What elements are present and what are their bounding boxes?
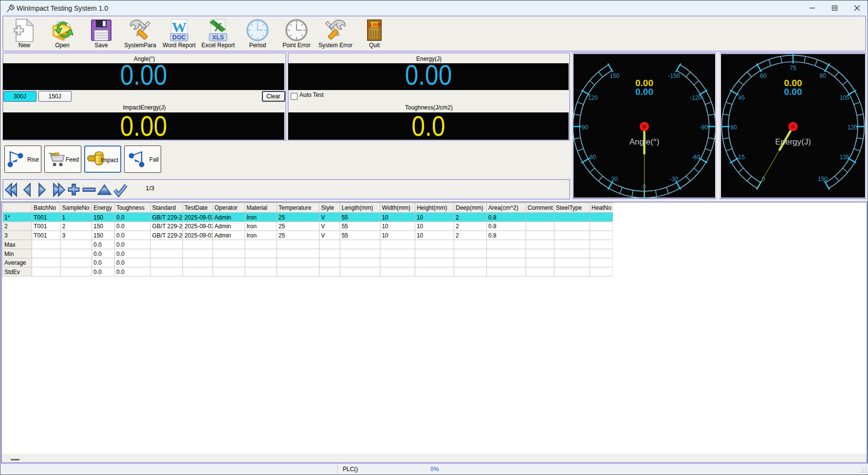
svg-text:Comment: Comment	[528, 204, 554, 211]
svg-text:X: X	[214, 20, 222, 34]
svg-text:0.0: 0.0	[93, 251, 102, 257]
svg-text:1: 1	[62, 214, 66, 221]
svg-text:GB/T 229-20: GB/T 229-20	[152, 214, 186, 221]
svg-text:V: V	[321, 214, 325, 221]
svg-text:25: 25	[278, 214, 285, 221]
svg-text:10: 10	[382, 232, 388, 239]
svg-text:75: 75	[790, 65, 796, 72]
svg-text:105: 105	[840, 94, 850, 101]
svg-text:T001: T001	[34, 232, 47, 239]
svg-text:0.0: 0.0	[93, 259, 102, 266]
svg-text:Energy(J): Energy(J)	[775, 137, 811, 146]
svg-text:TestDate: TestDate	[185, 204, 208, 211]
svg-text:120: 120	[848, 124, 857, 131]
svg-text:150: 150	[609, 73, 619, 79]
svg-text:Deep(mm): Deep(mm)	[456, 204, 483, 211]
svg-text:Iron: Iron	[247, 232, 257, 239]
svg-text:150: 150	[93, 232, 103, 239]
svg-text:Material: Material	[247, 204, 268, 211]
svg-text:15: 15	[739, 154, 745, 161]
svg-text:Temperature: Temperature	[278, 204, 312, 211]
svg-text:T001: T001	[34, 223, 47, 230]
svg-text:150: 150	[93, 214, 103, 221]
svg-text:CLOSE: CLOSE	[367, 22, 382, 27]
svg-text:3: 3	[62, 232, 66, 239]
svg-text:0.0: 0.0	[116, 241, 125, 248]
svg-text:25: 25	[278, 223, 285, 230]
svg-text:90: 90	[819, 73, 826, 79]
svg-text:Iron: Iron	[247, 214, 257, 221]
svg-text:0.0: 0.0	[116, 269, 125, 275]
svg-text:2: 2	[456, 214, 459, 221]
svg-text:Height(mm): Height(mm)	[417, 204, 447, 211]
svg-text:0.0: 0.0	[116, 232, 125, 239]
svg-text:Length(mm): Length(mm)	[342, 204, 373, 211]
svg-text:0.00: 0.00	[784, 87, 802, 97]
svg-text:150: 150	[93, 223, 103, 230]
svg-text:Admin: Admin	[215, 214, 231, 221]
svg-text:Standard: Standard	[152, 204, 176, 211]
svg-text:0.0: 0.0	[93, 241, 102, 248]
svg-text:55: 55	[342, 214, 349, 221]
svg-text:55: 55	[342, 232, 349, 239]
svg-text:150: 150	[818, 176, 828, 183]
svg-text:Angle(°): Angle(°)	[629, 137, 660, 146]
svg-text:135: 135	[840, 154, 850, 161]
svg-text:30: 30	[730, 124, 737, 131]
svg-text:10: 10	[382, 223, 388, 230]
svg-text:2025-09-03: 2025-09-03	[185, 223, 215, 230]
svg-text:Max: Max	[4, 241, 16, 248]
svg-text:2025-09-03: 2025-09-03	[185, 214, 215, 221]
svg-text:0.8: 0.8	[488, 214, 497, 221]
svg-text:-30: -30	[670, 176, 679, 183]
svg-text:60: 60	[760, 73, 767, 79]
svg-text:HeatNo: HeatNo	[591, 204, 611, 211]
svg-text:25: 25	[278, 232, 285, 239]
svg-text:Toughness: Toughness	[116, 204, 145, 211]
svg-text:0.00: 0.00	[635, 87, 653, 97]
svg-text:SampleNo: SampleNo	[62, 204, 90, 211]
svg-text:Width(mm): Width(mm)	[382, 204, 410, 211]
svg-text:0.0: 0.0	[116, 214, 125, 221]
svg-text:60: 60	[590, 154, 596, 161]
svg-text:2: 2	[4, 223, 8, 230]
svg-text:Admin: Admin	[215, 232, 231, 239]
svg-text:-60: -60	[692, 154, 701, 161]
svg-text:Energy: Energy	[93, 204, 112, 211]
svg-text:Admin: Admin	[215, 223, 231, 230]
svg-text:0.0: 0.0	[116, 223, 125, 230]
svg-text:Iron: Iron	[247, 223, 257, 230]
svg-text:Area(cm^2): Area(cm^2)	[488, 204, 518, 211]
svg-text:StdEv: StdEv	[4, 269, 20, 275]
svg-text:90: 90	[582, 124, 589, 131]
svg-text:-120: -120	[690, 94, 702, 101]
svg-text:2: 2	[456, 232, 459, 239]
svg-text:0.0: 0.0	[116, 259, 125, 266]
svg-text:45: 45	[739, 94, 745, 101]
svg-text:0.8: 0.8	[488, 232, 497, 239]
svg-text:BatchNo: BatchNo	[34, 204, 56, 211]
svg-text:Min: Min	[4, 251, 14, 257]
svg-text:10: 10	[417, 223, 424, 230]
svg-text:30: 30	[611, 176, 618, 183]
svg-text:10: 10	[382, 214, 388, 221]
svg-text:GB/T 229-20: GB/T 229-20	[152, 223, 186, 230]
svg-text:-90: -90	[700, 124, 708, 131]
svg-text:0.0: 0.0	[116, 251, 125, 257]
svg-text:Style: Style	[321, 204, 334, 211]
svg-text:DOC: DOC	[172, 34, 186, 41]
svg-text:GB/T 229-20: GB/T 229-20	[152, 232, 186, 239]
svg-text:-150: -150	[668, 73, 680, 79]
svg-text:0.0: 0.0	[93, 269, 102, 275]
svg-text:1*: 1*	[4, 214, 10, 221]
svg-text:V: V	[321, 223, 325, 230]
svg-text:SteelType: SteelType	[556, 204, 582, 211]
svg-text:T001: T001	[34, 214, 47, 221]
svg-text:W: W	[172, 19, 186, 35]
svg-text:55: 55	[342, 223, 349, 230]
svg-text:Operator: Operator	[215, 204, 238, 211]
svg-text:120: 120	[588, 94, 598, 101]
svg-text:0: 0	[762, 176, 765, 183]
svg-text:2: 2	[62, 223, 66, 230]
svg-text:0.8: 0.8	[488, 223, 497, 230]
